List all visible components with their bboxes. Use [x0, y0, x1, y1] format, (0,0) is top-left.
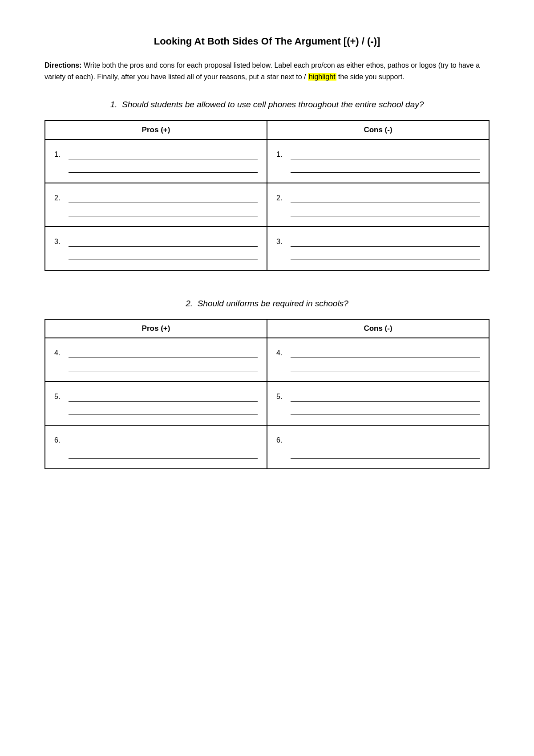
write-line[interactable] — [291, 150, 480, 159]
write-line-2[interactable] — [69, 405, 258, 415]
cons-num-6: 6. — [276, 436, 287, 445]
write-line[interactable] — [69, 237, 258, 247]
table-row: 5. 5. — [45, 382, 489, 425]
write-line[interactable] — [69, 193, 258, 203]
pros-num-2: 2. — [54, 194, 65, 203]
q1-pros-1: 1. — [45, 139, 267, 183]
q1-pros-header: Pros (+) — [45, 121, 267, 139]
q2-cons-5: 5. — [267, 382, 489, 425]
write-line-2[interactable] — [69, 207, 258, 216]
q1-cons-1: 1. — [267, 139, 489, 183]
question-2-title: 2. Should uniforms be required in school… — [44, 297, 490, 310]
write-line-2[interactable] — [69, 250, 258, 260]
write-line[interactable] — [291, 392, 480, 402]
table-row: 3. 3. — [45, 227, 489, 270]
directions-text2: the side you support. — [338, 73, 405, 81]
highlight-text: highlight — [308, 73, 336, 81]
q2-cons-6: 6. — [267, 425, 489, 469]
write-line-2[interactable] — [291, 449, 480, 459]
write-line[interactable] — [69, 150, 258, 159]
q1-cons-header: Cons (-) — [267, 121, 489, 139]
q1-cons-2: 2. — [267, 183, 489, 227]
write-line-2[interactable] — [69, 449, 258, 459]
table-row: 4. 4. — [45, 338, 489, 382]
cons-num-4: 4. — [276, 349, 287, 358]
write-line-2[interactable] — [69, 362, 258, 371]
cons-num-5: 5. — [276, 393, 287, 402]
q2-pros-6: 6. — [45, 425, 267, 469]
q2-cons-header: Cons (-) — [267, 319, 489, 338]
write-line-2[interactable] — [69, 163, 258, 173]
question-1-table: Pros (+) Cons (-) 1. — [44, 120, 490, 271]
directions: Directions: Write both the pros and cons… — [44, 60, 490, 82]
question-1-title: 1. Should students be allowed to use cel… — [44, 98, 490, 111]
pros-num-4: 4. — [54, 349, 65, 358]
write-line[interactable] — [69, 392, 258, 402]
write-line[interactable] — [291, 348, 480, 358]
write-line[interactable] — [291, 193, 480, 203]
q2-pros-5: 5. — [45, 382, 267, 425]
q1-cons-3: 3. — [267, 227, 489, 270]
cons-num-2: 2. — [276, 194, 287, 203]
q1-pros-2: 2. — [45, 183, 267, 227]
write-line-2[interactable] — [291, 405, 480, 415]
directions-label: Directions: — [44, 61, 82, 69]
write-line[interactable] — [291, 435, 480, 445]
directions-text: Write both the pros and cons for each pr… — [44, 61, 480, 81]
write-line[interactable] — [69, 435, 258, 445]
write-line[interactable] — [291, 237, 480, 247]
q2-pros-4: 4. — [45, 338, 267, 382]
write-line-2[interactable] — [291, 163, 480, 173]
question-2-section: 2. Should uniforms be required in school… — [44, 297, 490, 470]
table-row: 6. 6. — [45, 425, 489, 469]
pros-num-3: 3. — [54, 238, 65, 247]
q1-pros-3: 3. — [45, 227, 267, 270]
write-line-2[interactable] — [291, 250, 480, 260]
cons-num-3: 3. — [276, 238, 287, 247]
write-line-2[interactable] — [291, 362, 480, 371]
cons-num-1: 1. — [276, 150, 287, 159]
question-1-section: 1. Should students be allowed to use cel… — [44, 98, 490, 271]
write-line-2[interactable] — [291, 207, 480, 216]
pros-num-6: 6. — [54, 436, 65, 445]
table-row: 2. 2. — [45, 183, 489, 227]
q2-pros-header: Pros (+) — [45, 319, 267, 338]
write-line[interactable] — [69, 348, 258, 358]
question-2-table: Pros (+) Cons (-) 4. — [44, 319, 490, 469]
table-row: 1. 1. — [45, 139, 489, 183]
q2-cons-4: 4. — [267, 338, 489, 382]
page-title: Looking At Both Sides Of The Argument [(… — [44, 36, 490, 47]
pros-num-1: 1. — [54, 150, 65, 159]
pros-num-5: 5. — [54, 393, 65, 402]
